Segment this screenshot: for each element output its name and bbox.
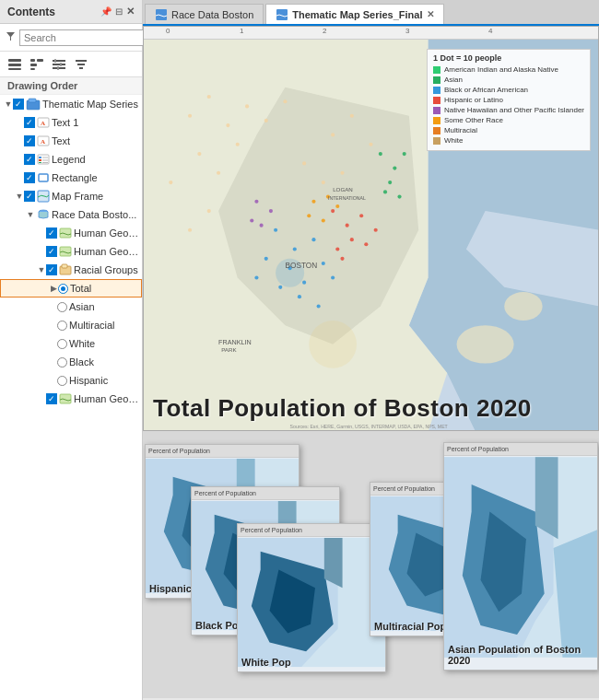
checkbox-racialgroups[interactable]: ✓ (46, 264, 57, 275)
legend-color-1 (433, 76, 440, 84)
svg-point-73 (331, 209, 335, 213)
tab-thematic-final[interactable]: Thematic Map Series_Final ✕ (265, 4, 443, 24)
svg-point-56 (350, 114, 354, 118)
tab-bar: Race Data Boston Thematic Map Series_Fin… (143, 0, 599, 26)
svg-point-93 (269, 209, 273, 213)
legend-color-3 (433, 97, 440, 104)
tree-label-humangeo2: Human Geogr... (74, 246, 142, 257)
expand-arrow-racial[interactable]: ▼ (37, 265, 46, 274)
expand-arrow-mapframe[interactable]: ▼ (15, 192, 24, 201)
tab-race-data[interactable]: Race Data Boston (145, 4, 264, 24)
svg-point-59 (322, 181, 325, 184)
svg-point-67 (264, 257, 268, 261)
pin-icon[interactable]: 📌 (100, 6, 112, 17)
radio-asian[interactable] (57, 302, 67, 312)
group-icon (26, 98, 41, 111)
svg-rect-14 (76, 60, 87, 62)
svg-rect-24 (39, 157, 41, 158)
header-icons: 📌 ⊟ ✕ (100, 6, 135, 18)
tree-item-humangeo1[interactable]: ▶ ✓ Human Geogr... (0, 224, 142, 242)
tree-container: ▼ ✓ Thematic Map Series ▶ ✓ A Text 1 ▶ ✓ (0, 95, 142, 700)
search-filter-icon (6, 31, 16, 43)
checkbox-text1[interactable]: ✓ (24, 117, 35, 128)
legend-color-5 (433, 117, 440, 124)
tab-close-button[interactable]: ✕ (427, 9, 434, 19)
svg-text:BOSTON: BOSTON (285, 262, 317, 270)
tree-item-text1[interactable]: ▶ ✓ A Text 1 (0, 113, 142, 132)
tree-item-multiracial[interactable]: ▶ Multiracial (0, 316, 142, 334)
checkbox-humangeo3[interactable]: ✓ (46, 393, 57, 404)
svg-point-84 (388, 181, 392, 184)
tree-view-button[interactable] (28, 55, 46, 74)
map-area: Race Data Boston Thematic Map Series_Fin… (143, 0, 599, 700)
tree-label-raceboston: Race Data Bosto... (52, 209, 136, 220)
radio-white[interactable] (57, 339, 67, 349)
tree-item-mapframe[interactable]: ▼ ✓ Map Frame (0, 187, 142, 205)
thumb-header-label-hispanic: Percent of Population (148, 448, 210, 454)
svg-rect-16 (79, 67, 83, 69)
tree-item-hispanic[interactable]: ▶ Hispanic (0, 371, 142, 390)
thumbnail-asian[interactable]: Percent of Population Asian Population o… (443, 442, 598, 671)
radio-black[interactable] (57, 357, 67, 368)
close-icon[interactable]: ✕ (126, 6, 135, 18)
tree-item-racialgroups[interactable]: ▼ ✓ Racial Groups (0, 261, 142, 279)
radio-multiracial[interactable] (57, 321, 67, 331)
thumb-header-white: Percent of Population (238, 524, 385, 537)
checkbox-humangeo1[interactable]: ✓ (46, 228, 57, 239)
checkbox-thematic[interactable]: ✓ (13, 99, 24, 110)
tab-map-icon-2 (276, 8, 288, 21)
svg-text:PARK: PARK (221, 346, 237, 353)
list-view-button[interactable] (6, 55, 24, 74)
tree-item-total[interactable]: ▶ Total (0, 279, 142, 298)
svg-rect-25 (39, 159, 41, 161)
legend-color-7 (433, 137, 440, 145)
svg-rect-11 (54, 59, 56, 63)
expand-arrow-total[interactable]: ▶ (49, 284, 58, 293)
tree-item-humangeo3[interactable]: ▶ ✓ Human Geogr... (0, 390, 142, 408)
tree-item-raceboston[interactable]: ▼ Race Data Bosto... (0, 205, 142, 224)
expand-arrow-raceboston[interactable]: ▼ (26, 210, 35, 219)
tree-label-humangeo3: Human Geogr... (74, 393, 142, 404)
thumb-header-label-white: Percent of Population (241, 527, 302, 533)
ruler-top: 0 1 2 3 4 (144, 27, 598, 40)
tree-label-black: Black (69, 356, 94, 368)
radio-hispanic[interactable] (57, 376, 67, 386)
legend-label-7: White (444, 136, 463, 145)
search-input[interactable] (19, 29, 156, 46)
tree-item-legend[interactable]: ▶ ✓ Legend (0, 150, 142, 169)
checkbox-text[interactable]: ✓ (24, 135, 35, 146)
svg-point-43 (188, 114, 192, 118)
checkbox-legend[interactable]: ✓ (24, 154, 35, 165)
contents-title: Contents (7, 6, 55, 18)
map-content[interactable]: BOSTON LOGAN INTERNATIONAL FRANKLIN PARK… (144, 40, 598, 431)
main-map-container: 0 1 2 3 4 (143, 26, 599, 431)
settings-button[interactable] (50, 55, 68, 74)
svg-point-71 (298, 295, 301, 298)
svg-point-41 (457, 325, 514, 363)
tree-item-thematic[interactable]: ▼ ✓ Thematic Map Series (0, 95, 142, 113)
svg-point-61 (274, 228, 277, 232)
svg-point-62 (293, 247, 297, 251)
svg-point-79 (374, 228, 378, 232)
checkbox-mapframe[interactable]: ✓ (24, 191, 35, 202)
checkbox-humangeo2[interactable]: ✓ (46, 246, 57, 257)
tree-item-text[interactable]: ▶ ✓ A Text (0, 132, 142, 150)
svg-text:A: A (41, 138, 45, 146)
legend-label-3: Hispanic or Latino (444, 96, 503, 104)
tree-label-white: White (69, 338, 95, 349)
checkbox-rectangle[interactable]: ✓ (24, 172, 35, 183)
svg-text:A: A (41, 120, 45, 127)
thumbnail-white[interactable]: Percent of Population White Pop (237, 523, 386, 672)
tree-item-white[interactable]: ▶ White (0, 334, 142, 353)
tree-item-rectangle[interactable]: ▶ ✓ Rectangle (0, 169, 142, 187)
svg-text:FRANKLIN: FRANKLIN (218, 338, 252, 346)
expand-arrow-thematic[interactable]: ▼ (4, 99, 13, 109)
tree-item-black[interactable]: ▶ Black (0, 353, 142, 371)
pin2-icon[interactable]: ⊟ (115, 6, 123, 17)
tree-item-humangeo2[interactable]: ▶ ✓ Human Geogr... (0, 242, 142, 261)
thumb-title-multiracial: Multiracial Pop (374, 621, 446, 632)
filter-button[interactable] (72, 55, 90, 74)
tree-item-asian[interactable]: ▶ Asian (0, 298, 142, 316)
svg-point-53 (188, 228, 192, 232)
radio-total[interactable] (58, 284, 68, 294)
